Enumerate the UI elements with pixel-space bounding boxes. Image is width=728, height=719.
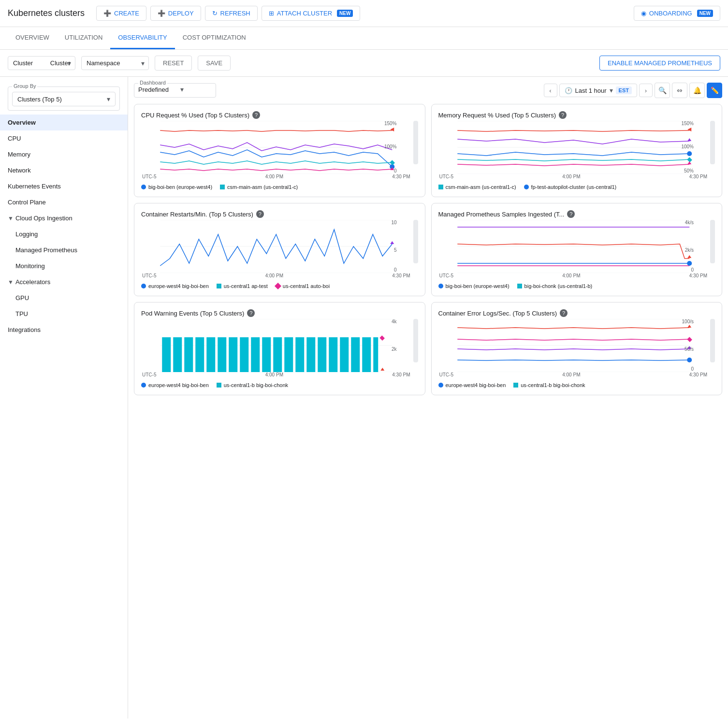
svg-marker-11 xyxy=(687,128,691,131)
pod-legend: europe-west4 big-boi-ben us-central1-b b… xyxy=(141,382,418,388)
chart-memory-title: Memory Request % Used (Top 5 Clusters) ? xyxy=(438,111,715,119)
enable-prometheus-button[interactable]: ENABLE MANAGED PROMETHEUS xyxy=(599,56,720,71)
chart-cpu-title: CPU Request % Used (Top 5 Clusters) ? xyxy=(141,111,418,119)
svg-rect-6 xyxy=(390,160,395,165)
sidebar-item-accelerators[interactable]: ▼ Accelerators xyxy=(0,274,128,290)
sidebar-item-cloud-ops[interactable]: ▼ Cloud Ops Ingestion xyxy=(0,210,128,226)
svg-rect-14 xyxy=(687,157,692,162)
svg-rect-44 xyxy=(340,337,349,372)
legend-sq-icon xyxy=(517,284,522,288)
sidebar-item-tpu[interactable]: TPU xyxy=(0,306,128,322)
group-by-box: Group By Clusters (Top 5) ▾ xyxy=(8,86,120,111)
chart-prom-title: Managed Prometheus Samples Ingested (T..… xyxy=(438,210,715,218)
deploy-button[interactable]: ➕ DEPLOY xyxy=(150,6,201,21)
svg-rect-42 xyxy=(318,337,326,372)
error-chart-svg xyxy=(438,319,709,372)
error-y-zero: 0 xyxy=(691,366,694,372)
tab-overview[interactable]: OVERVIEW xyxy=(8,27,57,49)
memory-scrollbar[interactable] xyxy=(710,121,715,164)
reset-button[interactable]: RESET xyxy=(155,56,192,71)
charts-grid: CPU Request % Used (Top 5 Clusters) ? 15… xyxy=(134,104,722,395)
prom-legend: big-boi-ben (europe-west4) big-boi-chonk… xyxy=(438,283,715,289)
time-prev-button[interactable]: ‹ xyxy=(544,84,557,97)
chart-error-title: Container Error Logs/Sec. (Top 5 Cluster… xyxy=(438,309,715,317)
sidebar-item-control-plane[interactable]: Control Plane xyxy=(0,194,128,210)
cloud-ops-toggle-icon: ▼ xyxy=(8,215,14,222)
legend-diamond-icon xyxy=(275,283,281,289)
svg-rect-39 xyxy=(284,337,293,372)
sidebar-item-k8s-events[interactable]: Kubernetes Events xyxy=(0,178,128,194)
refresh-button[interactable]: ↻ REFRESH xyxy=(205,6,258,21)
memory-help-icon[interactable]: ? xyxy=(559,111,567,119)
onboarding-icon: ◉ xyxy=(641,10,646,17)
cpu-scrollbar[interactable] xyxy=(413,121,418,164)
sidebar-item-managed-prometheus[interactable]: Managed Prometheus xyxy=(0,242,128,258)
prom-help-icon[interactable]: ? xyxy=(567,210,575,218)
prom-y-zero: 0 xyxy=(691,267,694,273)
sidebar-item-overview[interactable]: Overview xyxy=(0,115,128,130)
svg-rect-35 xyxy=(240,337,248,372)
pod-scrollbar[interactable] xyxy=(413,319,418,362)
sidebar-item-monitoring[interactable]: Monitoring xyxy=(0,258,128,274)
tab-cost[interactable]: COST OPTIMIZATION xyxy=(175,27,254,49)
tab-observability[interactable]: OBSERVABILITY xyxy=(110,27,175,49)
error-help-icon[interactable]: ? xyxy=(560,309,568,317)
sidebar-item-gpu[interactable]: GPU xyxy=(0,290,128,306)
svg-rect-40 xyxy=(295,337,304,372)
svg-rect-47 xyxy=(373,337,378,372)
error-scrollbar[interactable] xyxy=(710,319,715,362)
svg-marker-19 xyxy=(390,241,394,244)
pod-help-icon[interactable]: ? xyxy=(247,309,255,317)
sidebar-item-cpu[interactable]: CPU xyxy=(0,130,128,146)
prom-y-mid: 2k/s xyxy=(685,247,694,253)
time-next-button[interactable]: › xyxy=(639,84,653,97)
sidebar-item-network[interactable]: Network xyxy=(0,162,128,178)
svg-rect-45 xyxy=(351,337,360,372)
dashboard-select[interactable]: Dashboard Predefined ▾ xyxy=(134,83,216,98)
page-title: Kubernetes clusters xyxy=(8,8,85,18)
chart-memory-request: Memory Request % Used (Top 5 Clusters) ?… xyxy=(431,104,723,197)
sidebar-item-logging[interactable]: Logging xyxy=(0,226,128,242)
cpu-help-icon[interactable]: ? xyxy=(252,111,260,119)
compare-button[interactable]: ⇔ xyxy=(672,83,687,98)
legend-item: big-boi-ben (europe-west4) xyxy=(438,283,510,289)
create-button[interactable]: ➕ CREATE xyxy=(96,6,146,21)
group-by-select[interactable]: Clusters (Top 5) ▾ xyxy=(12,92,116,106)
sidebar-item-memory[interactable]: Memory xyxy=(0,146,128,162)
mem-y-zero: 50% xyxy=(684,168,694,173)
svg-rect-36 xyxy=(251,337,260,372)
restarts-help-icon[interactable]: ? xyxy=(256,210,264,218)
save-button[interactable]: SAVE xyxy=(198,56,231,71)
pod-chart-svg xyxy=(141,319,411,372)
edit-button[interactable]: ✏️ xyxy=(707,83,722,98)
time-picker[interactable]: 🕐 Last 1 hour ▾ EST xyxy=(559,84,637,97)
tab-utilization[interactable]: UTILIZATION xyxy=(57,27,110,49)
restarts-scrollbar[interactable] xyxy=(413,220,418,263)
legend-dot-icon xyxy=(141,185,146,189)
onboarding-button[interactable]: ◉ ONBOARDING NEW xyxy=(634,6,720,21)
legend-dot-icon xyxy=(141,284,146,288)
zoom-button[interactable]: 🔍 xyxy=(655,83,670,98)
svg-rect-32 xyxy=(206,337,215,372)
legend-item: us-central1-b big-boi-chonk xyxy=(513,382,585,388)
attach-cluster-button[interactable]: ⊞ ATTACH CLUSTER NEW xyxy=(262,6,361,21)
cluster-select-input[interactable]: Cluster xyxy=(13,59,50,67)
group-by-label: Group By xyxy=(12,83,37,89)
namespace-select[interactable]: Namespace ▾ xyxy=(81,56,149,70)
dashboard-label: Dashboard xyxy=(138,80,167,86)
cpu-y-mid: 100% xyxy=(384,144,397,149)
svg-point-56 xyxy=(687,358,692,362)
svg-rect-43 xyxy=(329,337,337,372)
prom-scrollbar[interactable] xyxy=(710,220,715,263)
chart-error-logs: Container Error Logs/Sec. (Top 5 Cluster… xyxy=(431,302,723,395)
sidebar-item-integrations[interactable]: Integrations xyxy=(0,322,128,338)
chart-container-restarts: Container Restarts/Min. (Top 5 Clusters)… xyxy=(134,203,425,296)
compare-icon: ⇔ xyxy=(677,86,683,94)
restarts-legend: europe-west4 big-boi-ben us-central1 ap-… xyxy=(141,283,418,289)
mem-y-max: 150% xyxy=(681,121,694,126)
cpu-legend: big-boi-ben (europe-west4) csm-main-asm … xyxy=(141,184,418,190)
attach-new-badge: NEW xyxy=(337,10,353,17)
cluster-select[interactable]: Cluster Cluster ▾ xyxy=(8,56,75,70)
edit-icon: ✏️ xyxy=(711,86,719,94)
alert-button[interactable]: 🔔 xyxy=(689,83,705,98)
